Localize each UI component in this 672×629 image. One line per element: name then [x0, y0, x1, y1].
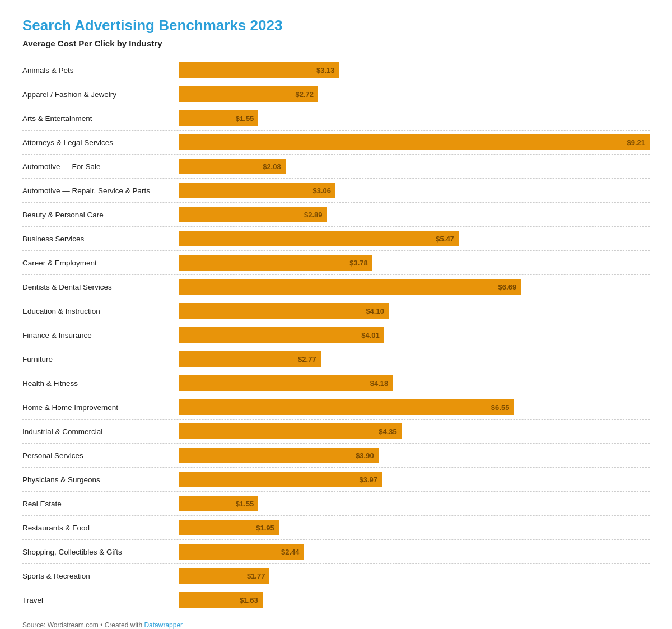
bar-value-label: $4.35 [379, 427, 397, 436]
bar-label: Furniture [22, 355, 179, 364]
bar-track: $9.21 [179, 134, 650, 150]
bar-value-label: $2.89 [304, 211, 323, 219]
bar-track: $2.77 [179, 351, 650, 367]
bar-value-label: $4.01 [361, 331, 380, 339]
footer-link[interactable]: Datawrapper [144, 621, 183, 629]
bar-fill: $1.95 [179, 520, 279, 535]
bar-track: $3.97 [179, 472, 650, 487]
bar-label: Career & Employment [22, 259, 179, 267]
bar-fill: $3.78 [179, 255, 372, 271]
bar-fill: $2.44 [179, 544, 304, 560]
bar-track: $3.78 [179, 255, 650, 271]
bar-label: Restaurants & Food [22, 524, 179, 532]
bar-track: $1.55 [179, 496, 650, 511]
bar-chart: Animals & Pets$3.13Apparel / Fashion & J… [22, 58, 650, 612]
bar-fill: $1.77 [179, 568, 269, 584]
bar-fill: $6.55 [179, 399, 514, 415]
bar-fill: $4.18 [179, 375, 393, 391]
bar-track: $2.44 [179, 544, 650, 560]
bar-row: Career & Employment$3.78 [22, 251, 650, 275]
bar-fill: $4.10 [179, 303, 389, 319]
bar-row: Restaurants & Food$1.95 [22, 516, 650, 540]
bar-value-label: $3.90 [356, 451, 374, 460]
bar-fill: $1.55 [179, 110, 258, 126]
bar-label: Finance & Insurance [22, 331, 179, 339]
bar-value-label: $9.21 [627, 138, 645, 147]
bar-fill: $3.90 [179, 448, 379, 463]
bar-row: Attorneys & Legal Services$9.21 [22, 131, 650, 155]
bar-row: Automotive — Repair, Service & Parts$3.0… [22, 179, 650, 203]
bar-value-label: $2.72 [296, 90, 314, 99]
bar-row: Physicians & Surgeons$3.97 [22, 468, 650, 492]
bar-fill: $2.77 [179, 351, 321, 367]
bar-value-label: $3.06 [313, 187, 332, 195]
bar-label: Automotive — Repair, Service & Parts [22, 187, 179, 195]
bar-track: $1.77 [179, 568, 650, 584]
bar-track: $4.35 [179, 423, 650, 439]
bar-value-label: $5.47 [436, 235, 454, 243]
bar-row: Education & Instruction$4.10 [22, 299, 650, 323]
bar-label: Real Estate [22, 500, 179, 508]
bar-value-label: $3.78 [349, 259, 368, 267]
bar-row: Health & Fitness$4.18 [22, 371, 650, 395]
footer-text: Source: Wordstream.com • Created with [22, 621, 144, 629]
bar-value-label: $2.44 [281, 548, 300, 556]
bar-track: $6.69 [179, 279, 650, 295]
bar-value-label: $1.63 [240, 596, 258, 604]
bar-label: Shopping, Collectibles & Gifts [22, 548, 179, 556]
bar-value-label: $2.77 [298, 355, 316, 364]
bar-label: Business Services [22, 235, 179, 243]
bar-value-label: $4.10 [366, 307, 384, 315]
bar-fill: $1.63 [179, 592, 263, 608]
bar-row: Home & Home Improvement$6.55 [22, 395, 650, 420]
bar-value-label: $3.13 [316, 66, 335, 74]
bar-row: Industrial & Commercial$4.35 [22, 420, 650, 444]
bar-label: Health & Fitness [22, 379, 179, 388]
bar-label: Home & Home Improvement [22, 403, 179, 412]
bar-fill: $6.69 [179, 279, 521, 295]
bar-row: Finance & Insurance$4.01 [22, 323, 650, 347]
bar-value-label: $6.69 [498, 283, 517, 291]
bar-row: Apparel / Fashion & Jewelry$2.72 [22, 82, 650, 106]
bar-row: Arts & Entertainment$1.55 [22, 106, 650, 131]
bar-row: Travel$1.63 [22, 588, 650, 612]
bar-value-label: $1.55 [236, 500, 254, 508]
chart-title: Search Advertising Benchmarks 2023 [22, 17, 650, 34]
bar-label: Travel [22, 596, 179, 604]
bar-fill: $4.35 [179, 423, 402, 439]
bar-track: $1.95 [179, 520, 650, 535]
bar-row: Automotive — For Sale$2.08 [22, 155, 650, 179]
bar-label: Physicians & Surgeons [22, 476, 179, 484]
bar-row: Beauty & Personal Care$2.89 [22, 203, 650, 227]
bar-label: Dentists & Dental Services [22, 283, 179, 291]
bar-row: Personal Services$3.90 [22, 444, 650, 468]
bar-fill: $5.47 [179, 231, 459, 246]
bar-label: Apparel / Fashion & Jewelry [22, 90, 179, 99]
bar-fill: $2.08 [179, 159, 286, 174]
bar-track: $3.90 [179, 448, 650, 463]
bar-track: $2.89 [179, 207, 650, 222]
bar-value-label: $6.55 [491, 403, 510, 412]
bar-fill: $2.72 [179, 86, 318, 102]
bar-fill: $3.97 [179, 472, 382, 487]
bar-track: $4.01 [179, 327, 650, 343]
bar-track: $6.55 [179, 399, 650, 415]
bar-fill: $4.01 [179, 327, 384, 343]
bar-value-label: $1.77 [247, 572, 265, 580]
bar-label: Industrial & Commercial [22, 427, 179, 436]
bar-label: Arts & Entertainment [22, 114, 179, 123]
bar-value-label: $3.97 [360, 476, 378, 484]
bar-label: Automotive — For Sale [22, 162, 179, 171]
bar-label: Personal Services [22, 451, 179, 460]
bar-label: Beauty & Personal Care [22, 211, 179, 219]
chart-subtitle: Average Cost Per Click by Industry [22, 39, 650, 48]
bar-track: $2.72 [179, 86, 650, 102]
bar-fill: $3.06 [179, 183, 335, 198]
bar-fill: $3.13 [179, 62, 339, 78]
bar-label: Attorneys & Legal Services [22, 138, 179, 147]
bar-fill: $9.21 [179, 134, 650, 150]
bar-row: Furniture$2.77 [22, 347, 650, 371]
bar-value-label: $1.55 [236, 114, 254, 123]
bar-row: Sports & Recreation$1.77 [22, 564, 650, 588]
footer: Source: Wordstream.com • Created with Da… [22, 621, 650, 629]
